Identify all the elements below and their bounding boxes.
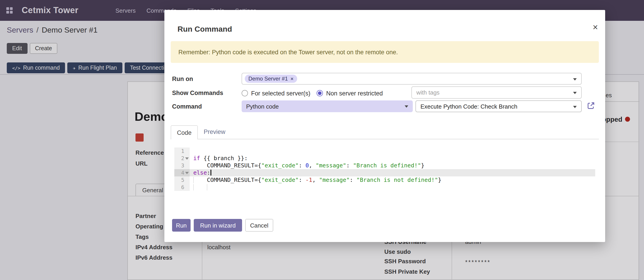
- gutter-line-number: 3: [174, 162, 190, 169]
- radio-for-selected-servers[interactable]: [242, 90, 248, 96]
- run-in-wizard-button[interactable]: Run in wizard: [194, 219, 242, 232]
- command-value: Execute Python Code: Check Branch: [420, 103, 517, 110]
- run-on-select[interactable]: Demo Server #1 ×: [242, 73, 582, 85]
- cancel-button[interactable]: Cancel: [245, 219, 273, 232]
- code-editor[interactable]: 1 2 3 4 5 6 if {{ branch }}: COMMAND_RES…: [171, 139, 599, 216]
- command-label: Command: [172, 103, 202, 110]
- editor-gutter: 1 2 3 4 5 6: [174, 148, 190, 191]
- fold-caret-icon[interactable]: [185, 158, 189, 160]
- chevron-down-icon: [573, 106, 577, 108]
- radio-non-server-restricted[interactable]: [317, 90, 323, 96]
- code-line-active[interactable]: else:: [190, 169, 595, 176]
- server-tag-chip: Demo Server #1 ×: [245, 75, 297, 83]
- chevron-down-icon: [573, 92, 577, 94]
- text-cursor: [210, 170, 211, 176]
- command-select[interactable]: Execute Python Code: Check Branch: [416, 100, 582, 112]
- gutter-line-number: 6: [174, 184, 190, 191]
- radio-label-non-server-restricted[interactable]: Non server restricted: [326, 90, 383, 97]
- python-warning-alert: Remember: Python code is executed on the…: [171, 41, 599, 63]
- gutter-line-number: 4: [174, 169, 190, 176]
- run-on-label: Run on: [172, 76, 193, 82]
- gutter-line-number: 2: [174, 155, 190, 162]
- gutter-line-number: 1: [174, 148, 190, 155]
- tab-code[interactable]: Code: [171, 125, 198, 139]
- code-line[interactable]: COMMAND_RESULT={"exit_code": 0, "message…: [190, 162, 595, 169]
- screen: Cetmix Tower Servers Commands Files Tool…: [0, 0, 644, 280]
- chevron-down-icon: [573, 78, 577, 80]
- gutter-line-number: 5: [174, 176, 190, 184]
- modal-title: Run Command: [178, 25, 232, 34]
- remove-tag-icon[interactable]: ×: [290, 76, 294, 81]
- indent-guide: [193, 177, 194, 183]
- code-line[interactable]: [190, 148, 595, 155]
- show-commands-label: Show Commands: [172, 90, 223, 96]
- indent-guide: [193, 184, 194, 190]
- command-type-select[interactable]: Python code: [242, 100, 413, 112]
- fold-caret-icon[interactable]: [185, 172, 189, 174]
- close-icon[interactable]: ×: [593, 23, 598, 32]
- chevron-down-icon: [405, 105, 408, 108]
- code-line[interactable]: [190, 184, 595, 191]
- show-commands-radio-group: For selected server(s) Non server restri…: [242, 87, 383, 99]
- radio-label-for-selected-servers[interactable]: For selected server(s): [251, 90, 310, 97]
- run-command-modal: Run Command × Remember: Python code is e…: [164, 10, 605, 242]
- with-tags-placeholder: with tags: [416, 89, 440, 96]
- with-tags-select[interactable]: with tags: [412, 86, 582, 99]
- external-link-icon[interactable]: [587, 102, 595, 109]
- editor-code-area[interactable]: if {{ branch }}: COMMAND_RESULT={"exit_c…: [190, 148, 595, 191]
- server-tag-label: Demo Server #1: [248, 76, 288, 82]
- code-line[interactable]: COMMAND_RESULT={"exit_code": -1, "messag…: [190, 176, 595, 184]
- indent-guide: [207, 184, 207, 190]
- code-line[interactable]: if {{ branch }}:: [190, 155, 595, 162]
- command-type-value: Python code: [246, 103, 279, 110]
- run-button[interactable]: Run: [172, 219, 190, 232]
- tab-preview[interactable]: Preview: [204, 128, 225, 135]
